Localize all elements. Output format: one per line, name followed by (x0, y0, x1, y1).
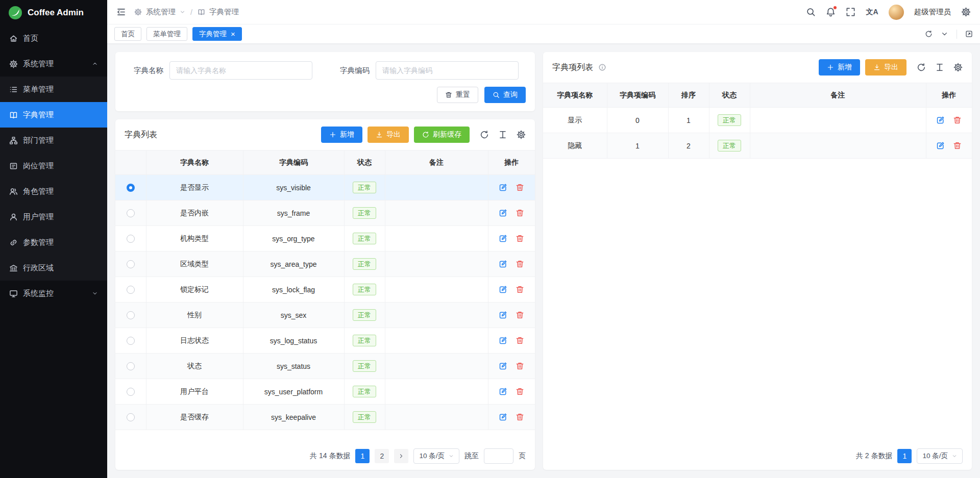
row-radio[interactable] (127, 388, 135, 396)
breadcrumb-section[interactable]: 系统管理 (146, 7, 176, 17)
refresh-icon[interactable] (925, 30, 933, 38)
edit-icon[interactable] (499, 285, 507, 294)
edit-icon[interactable] (499, 336, 507, 345)
page-size-select[interactable]: 10 条/页 (413, 448, 459, 464)
dict-name-input[interactable] (169, 61, 312, 80)
delete-icon[interactable] (953, 141, 962, 150)
row-radio[interactable] (127, 337, 135, 345)
tab-home[interactable]: 首页 (114, 27, 141, 41)
dict-code-input[interactable] (376, 61, 519, 80)
row-radio[interactable] (127, 362, 135, 370)
table-row[interactable]: 性别 sys_sex 正常 (115, 303, 535, 328)
fullscreen-icon[interactable] (846, 7, 855, 17)
delete-icon[interactable] (516, 260, 524, 268)
edit-icon[interactable] (499, 183, 507, 192)
add-button[interactable]: 新增 (819, 59, 860, 76)
edit-icon[interactable] (936, 116, 945, 124)
column-height-icon[interactable] (935, 63, 944, 72)
sidebar-item-role-management[interactable]: 角色管理 (0, 179, 107, 204)
table-row[interactable]: 是否显示 sys_visible 正常 (115, 175, 535, 200)
table-row[interactable]: 隐藏 1 2 正常 (543, 133, 972, 159)
sidebar-item-param-management[interactable]: 参数管理 (0, 230, 107, 255)
delete-icon[interactable] (516, 285, 524, 294)
gear-icon[interactable] (517, 130, 526, 139)
tab-dict-management[interactable]: 字典管理 × (192, 27, 242, 41)
page-jump-input[interactable] (484, 448, 513, 464)
edit-icon[interactable] (499, 209, 507, 217)
edit-icon[interactable] (499, 311, 507, 319)
tabbar: 首页 菜单管理 字典管理 × (107, 24, 980, 44)
delete-icon[interactable] (953, 116, 962, 124)
refresh-cache-button[interactable]: 刷新缓存 (414, 127, 470, 143)
table-row[interactable]: 锁定标记 sys_lock_flag 正常 (115, 277, 535, 303)
table-row[interactable]: 状态 sys_status 正常 (115, 354, 535, 379)
chevron-down-icon (449, 454, 454, 459)
delete-icon[interactable] (516, 311, 524, 319)
sidebar-item-home[interactable]: 首页 (0, 26, 107, 51)
sidebar-group-monitor[interactable]: 系统监控 (0, 281, 107, 306)
export-button[interactable]: 导出 (865, 59, 906, 76)
page-1-button[interactable]: 1 (355, 449, 370, 463)
row-radio[interactable] (127, 209, 135, 217)
user-name[interactable]: 超级管理员 (914, 7, 951, 17)
row-radio[interactable] (127, 311, 135, 319)
table-row[interactable]: 日志状态 sys_log_status 正常 (115, 328, 535, 354)
delete-icon[interactable] (516, 413, 524, 421)
refresh-icon[interactable] (480, 130, 489, 139)
edit-icon[interactable] (499, 387, 507, 396)
next-page-button[interactable] (394, 449, 408, 463)
sidebar: Coffee Admin 首页 系统管理 菜单管理 字典管理 (0, 0, 107, 478)
row-radio[interactable] (127, 286, 135, 294)
column-height-icon[interactable] (498, 130, 507, 139)
delete-icon[interactable] (516, 183, 524, 192)
sidebar-item-menu-management[interactable]: 菜单管理 (0, 77, 107, 102)
table-row[interactable]: 用户平台 sys_user_platform 正常 (115, 379, 535, 405)
row-radio[interactable] (127, 235, 135, 243)
status-badge: 正常 (353, 258, 376, 270)
table-row[interactable]: 是否缓存 sys_keepalive 正常 (115, 405, 535, 430)
delete-icon[interactable] (516, 336, 524, 345)
expand-tabs-icon[interactable] (965, 30, 973, 38)
table-row[interactable]: 是否内嵌 sys_frame 正常 (115, 200, 535, 226)
menu-fold-icon[interactable] (116, 7, 126, 17)
chevron-down-icon[interactable] (941, 30, 948, 38)
delete-icon[interactable] (516, 234, 524, 243)
table-row[interactable]: 机构类型 sys_org_type 正常 (115, 226, 535, 251)
row-radio[interactable] (127, 413, 135, 421)
item-sort-cell: 1 (668, 108, 709, 133)
sidebar-group-system[interactable]: 系统管理 (0, 51, 107, 77)
page-1-button[interactable]: 1 (897, 449, 912, 463)
sidebar-item-dict-management[interactable]: 字典管理 (0, 102, 107, 128)
gear-icon[interactable] (961, 7, 971, 17)
export-button[interactable]: 导出 (368, 127, 409, 143)
edit-icon[interactable] (936, 141, 945, 150)
query-button[interactable]: 查询 (484, 87, 526, 103)
page-2-button[interactable]: 2 (375, 449, 389, 463)
notifications-button[interactable] (826, 7, 836, 17)
row-radio[interactable] (127, 184, 135, 192)
user-avatar[interactable] (889, 5, 904, 20)
delete-icon[interactable] (516, 362, 524, 370)
edit-icon[interactable] (499, 413, 507, 421)
sidebar-item-admin-region[interactable]: 行政区域 (0, 255, 107, 281)
page-size-select[interactable]: 10 条/页 (917, 448, 963, 464)
table-row[interactable]: 显示 0 1 正常 (543, 108, 972, 133)
translate-icon[interactable]: 文A (866, 8, 878, 17)
search-icon[interactable] (806, 7, 816, 17)
table-row[interactable]: 区域类型 sys_area_type 正常 (115, 251, 535, 277)
refresh-icon[interactable] (917, 63, 926, 72)
edit-icon[interactable] (499, 362, 507, 370)
edit-icon[interactable] (499, 234, 507, 243)
sidebar-item-post-management[interactable]: 岗位管理 (0, 153, 107, 179)
add-button[interactable]: 新增 (321, 127, 362, 143)
sidebar-item-user-management[interactable]: 用户管理 (0, 204, 107, 230)
row-radio[interactable] (127, 260, 135, 268)
gear-icon[interactable] (953, 63, 963, 72)
close-icon[interactable]: × (231, 30, 235, 38)
sidebar-item-dept-management[interactable]: 部门管理 (0, 128, 107, 153)
delete-icon[interactable] (516, 209, 524, 217)
tab-menu-management[interactable]: 菜单管理 (146, 27, 187, 41)
delete-icon[interactable] (516, 387, 524, 396)
reset-button[interactable]: 重置 (437, 87, 478, 103)
edit-icon[interactable] (499, 260, 507, 268)
